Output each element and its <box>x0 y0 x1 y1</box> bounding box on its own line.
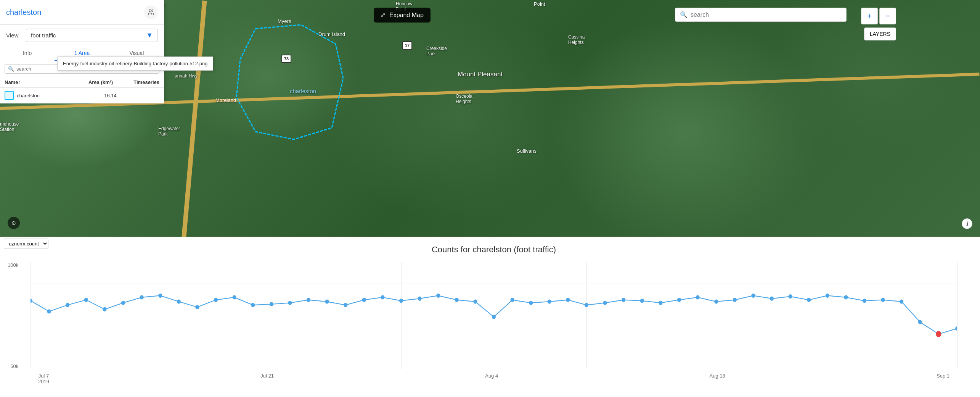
zoom-controls: + − <box>861 8 896 24</box>
svg-point-22 <box>399 299 403 303</box>
svg-point-15 <box>270 302 273 306</box>
svg-point-39 <box>714 299 718 303</box>
svg-point-9 <box>158 294 162 298</box>
zoom-out-button[interactable]: − <box>879 8 896 24</box>
chart-anomaly-point <box>936 331 941 337</box>
svg-point-35 <box>640 299 644 303</box>
svg-point-34 <box>622 298 625 302</box>
svg-point-20 <box>362 298 366 302</box>
x-label-jul7-sub: 2019 <box>38 379 49 384</box>
x-label-sep1: Sep 1 <box>937 373 949 384</box>
svg-point-40 <box>733 298 737 302</box>
x-label-aug4-main: Aug 4 <box>485 373 498 379</box>
map-search-input[interactable] <box>691 11 842 18</box>
view-select-arrow-icon: ▼ <box>146 31 153 39</box>
chart-container: 100k 50k <box>31 262 957 384</box>
svg-point-1 <box>149 10 151 12</box>
svg-point-6 <box>103 307 106 311</box>
x-label-sep1-main: Sep 1 <box>937 373 949 379</box>
svg-point-48 <box>881 298 885 302</box>
svg-point-49 <box>900 299 903 303</box>
svg-point-10 <box>177 299 181 303</box>
svg-marker-0 <box>236 25 343 139</box>
compass-icon: ⊙ <box>8 217 20 229</box>
svg-point-37 <box>677 298 681 302</box>
svg-point-30 <box>548 299 551 303</box>
chart-y-labels: 100k 50k <box>8 262 18 384</box>
sidebar-panel: charleston View foot traffic ▼ Info 1 Ar… <box>0 0 164 103</box>
x-label-jul7: Jul 7 2019 <box>38 373 49 384</box>
tooltip-text: Energy-fuel-industry-oil-refinery-Buildi… <box>63 61 207 66</box>
tooltip-popup: Energy-fuel-industry-oil-refinery-Buildi… <box>57 56 213 71</box>
chart-metric-select[interactable]: uznorm.count <box>4 239 48 249</box>
map-area: charleston Mount Pleasant Drum Island Cr… <box>0 0 980 237</box>
view-select-value: foot traffic <box>31 32 56 39</box>
view-select[interactable]: foot traffic ▼ <box>26 29 158 42</box>
svg-point-41 <box>751 294 755 298</box>
row-polygon-icon <box>5 91 14 100</box>
svg-point-25 <box>455 298 459 302</box>
map-info-icon[interactable]: ℹ <box>962 218 972 229</box>
chart-svg <box>31 262 957 369</box>
users-icon-button[interactable] <box>144 5 158 19</box>
svg-point-3 <box>47 309 51 313</box>
svg-point-2 <box>31 299 32 303</box>
tab-info[interactable]: Info <box>0 46 55 61</box>
sidebar-header: charleston <box>0 0 164 25</box>
svg-point-43 <box>789 294 792 299</box>
expand-icon: ⤢ <box>381 11 386 19</box>
svg-point-19 <box>344 303 347 307</box>
x-label-aug4: Aug 4 <box>485 373 498 384</box>
svg-point-38 <box>696 295 700 299</box>
zoom-in-button[interactable]: + <box>861 8 878 24</box>
svg-point-47 <box>863 299 866 303</box>
svg-point-28 <box>511 298 514 302</box>
chart-points <box>31 294 957 339</box>
layers-button[interactable]: LAYERS <box>864 27 896 40</box>
view-label: View <box>6 32 21 39</box>
sidebar-title: charleston <box>6 8 41 17</box>
x-label-jul21-main: Jul 21 <box>260 373 274 379</box>
svg-point-46 <box>844 295 848 299</box>
svg-point-29 <box>529 301 533 305</box>
y-label-50k: 50k <box>8 363 18 369</box>
svg-point-7 <box>121 301 125 305</box>
road-shield-17: 17 <box>402 41 412 50</box>
x-label-aug18: Aug 18 <box>710 373 725 384</box>
svg-point-17 <box>307 298 310 302</box>
row-area: 16.14 <box>74 93 117 98</box>
svg-point-21 <box>381 295 384 299</box>
svg-point-33 <box>603 301 607 305</box>
chart-title: Counts for charelston (foot traffic) <box>31 245 957 255</box>
svg-point-42 <box>770 297 774 301</box>
svg-point-24 <box>436 294 440 298</box>
table-row[interactable]: charelston 16.14 <box>0 88 164 103</box>
svg-point-4 <box>66 303 69 307</box>
expand-map-button[interactable]: ⤢ Expand Map <box>374 8 431 23</box>
x-label-jul7-main: Jul 7 <box>38 373 49 379</box>
road-shield-78: 78 <box>281 55 291 63</box>
map-search-icon: 🔍 <box>680 11 688 18</box>
svg-point-44 <box>807 298 811 302</box>
svg-point-50 <box>918 320 922 324</box>
svg-point-26 <box>473 299 477 303</box>
expand-map-label: Expand Map <box>389 12 424 19</box>
search-icon: 🔍 <box>8 66 14 72</box>
svg-point-45 <box>826 294 829 298</box>
svg-point-27 <box>492 315 496 319</box>
view-row: View foot traffic ▼ <box>0 25 164 46</box>
col-header-name[interactable]: Name↑ <box>5 79 66 85</box>
y-label-100k: 100k <box>8 262 18 268</box>
svg-point-52 <box>955 326 957 331</box>
svg-point-31 <box>566 298 570 302</box>
map-search-wrap: 🔍 <box>675 8 847 22</box>
svg-point-16 <box>288 301 292 305</box>
chart-area: Counts for charelston (foot traffic) 100… <box>0 237 980 397</box>
x-label-jul21: Jul 21 <box>260 373 274 384</box>
col-header-timeseries[interactable]: Timeseries <box>113 79 159 85</box>
svg-point-14 <box>251 303 255 307</box>
map-search-inner: 🔍 <box>675 8 847 22</box>
vgrid-6 <box>957 262 958 369</box>
col-header-area[interactable]: Area (km²) <box>66 79 113 85</box>
chart-metric-wrap: uznorm.count <box>4 239 48 249</box>
